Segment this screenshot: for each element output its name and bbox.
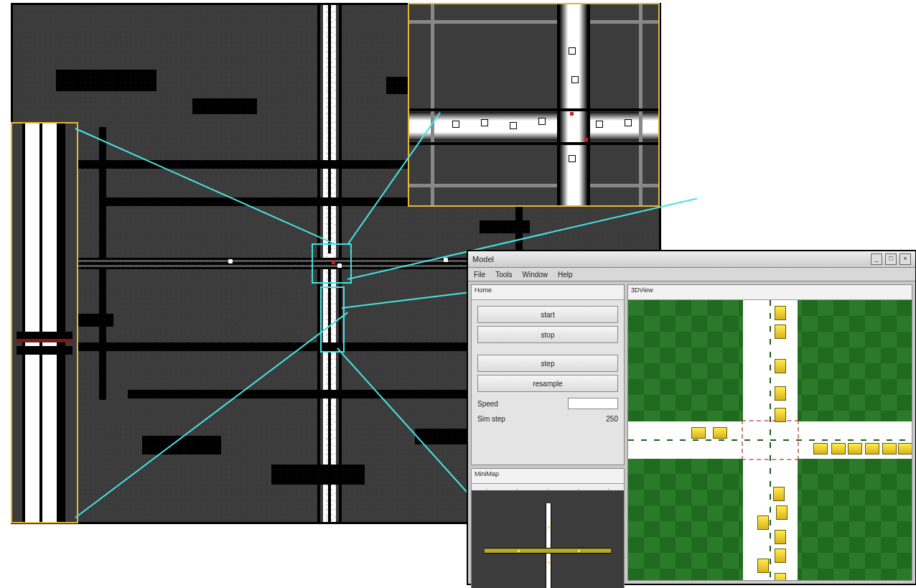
zoom-left-strip [11,122,78,523]
stop-button[interactable]: stop [477,326,618,343]
3d-view-panel: 3DView [627,284,912,581]
vehicle-icon [775,573,786,580]
vehicle-icon [775,530,786,544]
vehicle-icon [775,386,786,401]
focus-box-intersection [312,243,352,284]
menubar: File Tools Window Help [468,268,915,281]
focus-box-segment [320,286,345,353]
vehicle-icon [882,443,897,454]
vehicle-icon [773,487,785,501]
close-button[interactable]: × [899,253,911,265]
speed-label: Speed [477,400,498,408]
step-button[interactable]: step [477,355,618,372]
app-title: Model [472,255,494,263]
vehicle-icon [757,515,769,530]
zoom-top-right-intersection [408,3,660,207]
control-panel-header: Home [472,285,624,300]
step-label: Sim step [477,415,505,423]
vehicle-icon [775,408,786,422]
vehicle-icon [775,325,786,339]
control-panel: Home start stop step resample Speed Sim … [471,284,625,465]
start-button[interactable]: start [477,306,618,323]
menu-item[interactable]: Window [522,271,548,279]
minimap-header: MiniMap [472,469,624,484]
step-value: 250 [606,415,618,423]
vehicle-icon [831,443,846,454]
menu-item[interactable]: File [474,271,485,279]
vehicle-icon [691,427,706,439]
vehicle-icon [898,443,912,454]
3d-view-canvas[interactable] [628,300,912,580]
menu-item[interactable]: Help [558,271,573,279]
minimap-panel: MiniMap ····· [471,468,625,588]
vehicle-icon [776,505,788,520]
vehicle-icon [848,443,862,454]
vehicle-icon [775,359,786,373]
speed-input[interactable] [568,398,618,409]
maximize-button[interactable]: □ [885,253,897,265]
vehicle-icon [775,549,786,563]
menu-item[interactable]: Tools [495,271,512,279]
vehicle-icon [757,559,769,573]
vehicle-icon [713,427,727,439]
3d-view-header: 3DView [628,285,912,300]
minimize-button[interactable]: _ [871,253,882,265]
minimap-canvas[interactable] [472,490,624,588]
vehicle-icon [865,443,879,454]
vehicle-icon [775,306,786,320]
figure-stage: Model _ □ × File Tools Window Help Home … [0,0,916,588]
resample-button[interactable]: resample [477,375,618,392]
simulator-window: Model _ □ × File Tools Window Help Home … [467,250,916,585]
titlebar[interactable]: Model _ □ × [468,251,915,268]
vehicle-icon [813,443,828,454]
